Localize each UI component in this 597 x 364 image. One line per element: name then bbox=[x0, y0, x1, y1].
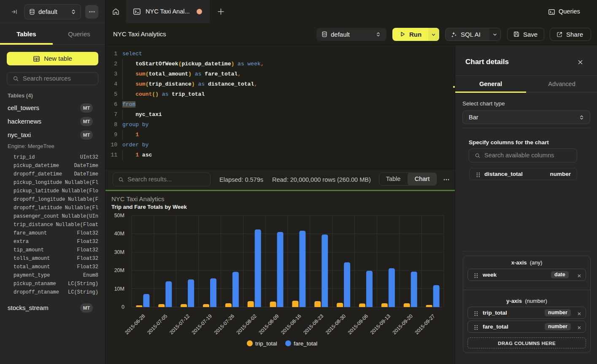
svg-text:20M: 20M bbox=[114, 267, 124, 273]
svg-text:2015-07-26: 2015-07-26 bbox=[213, 313, 236, 336]
svg-text:50M: 50M bbox=[114, 213, 124, 218]
svg-text:10M: 10M bbox=[114, 286, 124, 292]
svg-text:2015-08-02: 2015-08-02 bbox=[235, 313, 258, 336]
svg-text:2015-08-16: 2015-08-16 bbox=[280, 313, 303, 336]
svg-text:2015-06-28: 2015-06-28 bbox=[124, 313, 146, 336]
svg-text:2015-09-27: 2015-09-27 bbox=[413, 313, 436, 336]
svg-text:trip_total: trip_total bbox=[255, 340, 277, 347]
svg-text:fare_total: fare_total bbox=[294, 340, 317, 347]
svg-text:2015-08-30: 2015-08-30 bbox=[324, 313, 347, 336]
svg-text:2015-09-20: 2015-09-20 bbox=[392, 313, 414, 336]
svg-text:2015-08-23: 2015-08-23 bbox=[302, 313, 325, 336]
svg-text:2015-07-05: 2015-07-05 bbox=[146, 313, 169, 336]
svg-text:40M: 40M bbox=[114, 231, 124, 237]
svg-text:2015-09-13: 2015-09-13 bbox=[369, 313, 392, 336]
svg-text:2015-07-19: 2015-07-19 bbox=[191, 313, 213, 336]
svg-text:30M: 30M bbox=[114, 249, 124, 255]
svg-text:2015-08-09: 2015-08-09 bbox=[257, 313, 280, 336]
svg-text:2015-09-06: 2015-09-06 bbox=[347, 313, 370, 336]
svg-text:0: 0 bbox=[122, 304, 124, 310]
svg-text:2015-07-12: 2015-07-12 bbox=[168, 313, 191, 336]
